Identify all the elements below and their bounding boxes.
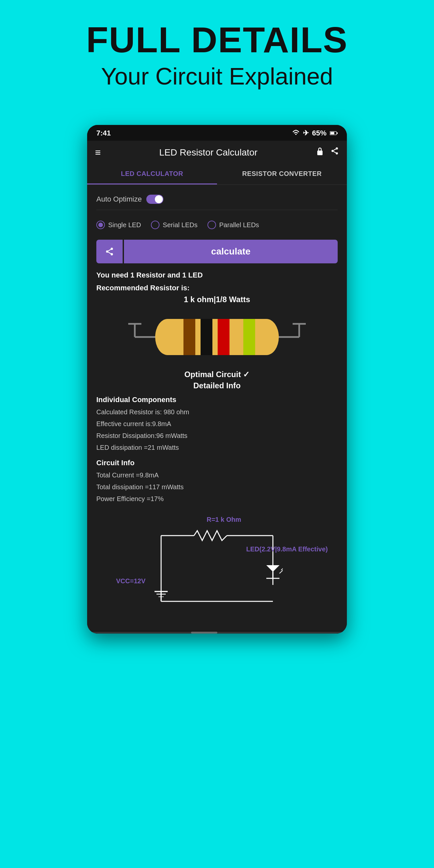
result-line1: You need 1 Resistor and 1 LED (96, 269, 338, 281)
auto-optimize-toggle[interactable] (146, 195, 163, 204)
toggle-knob (155, 195, 163, 203)
app-title: LED Resistor Calculator (107, 147, 309, 158)
effective-current-line: Effective current is:9.8mA (96, 418, 338, 430)
app-bar: ≡ LED Resistor Calculator (87, 141, 347, 164)
auto-optimize-label: Auto Optimize (96, 195, 142, 204)
share-icon[interactable] (331, 147, 339, 158)
radio-parallel-leds[interactable]: Parallel LEDs (208, 221, 259, 229)
radio-inner-single (98, 223, 103, 227)
time-display: 7:41 (96, 129, 111, 137)
svg-point-6 (336, 152, 338, 155)
power-efficiency-line: Power Efficiency =17% (96, 493, 338, 505)
led-label: LED(2.2V|9.8mA Effective) (246, 546, 328, 553)
radio-label-single: Single LED (108, 221, 141, 229)
radio-outer-single (96, 221, 105, 229)
result-value: 1 k ohm|1/8 Watts (96, 295, 338, 304)
svg-point-5 (332, 150, 334, 152)
radio-label-parallel: Parallel LEDs (219, 221, 259, 229)
svg-rect-2 (337, 132, 338, 134)
action-buttons: calculate (96, 240, 338, 264)
vcc-label: VCC=12V (116, 577, 146, 585)
result-line2: Recommended Resistor is: (96, 282, 338, 293)
svg-point-19 (254, 319, 279, 355)
circuit-info-section: Circuit Info Total Current =9.8mA Total … (96, 459, 338, 505)
total-dissipation-line: Total dissipation =117 mWatts (96, 481, 338, 493)
svg-line-7 (333, 152, 336, 153)
resistor-dissipation-line: Resistor Dissipation:96 mWatts (96, 430, 338, 441)
calc-resistor-line: Calculated Resistor is: 980 ohm (96, 406, 338, 418)
svg-rect-22 (218, 319, 229, 355)
circuit-info-title: Circuit Info (96, 459, 338, 467)
menu-icon[interactable]: ≡ (95, 147, 101, 158)
svg-point-10 (106, 251, 108, 253)
lock-icon[interactable] (316, 147, 324, 158)
svg-line-13 (108, 250, 111, 251)
sub-title: Your Circuit Explained (13, 63, 421, 90)
svg-rect-1 (331, 132, 334, 134)
svg-rect-23 (243, 319, 255, 355)
optimal-circuit-label: Optimal Circuit ✓ (96, 370, 338, 379)
calculate-button[interactable]: calculate (124, 240, 338, 264)
svg-point-11 (111, 253, 113, 255)
circuit-diagram: R=1 k Ohm VCC=12V LED(2.2V|9.8mA Effecti… (96, 513, 338, 624)
svg-rect-3 (317, 151, 322, 155)
phone-frame: 7:41 ✈ 65% ≡ LED Resistor Calc (87, 125, 347, 633)
individual-components-title: Individual Components (96, 396, 338, 404)
tab-led-calculator[interactable]: LED CALCULATOR (87, 164, 217, 184)
svg-point-4 (336, 147, 338, 150)
svg-line-34 (281, 564, 283, 570)
tabs: LED CALCULATOR RESISTOR CONVERTER (87, 164, 347, 185)
led-dissipation-line: LED dissipation =21 mWatts (96, 441, 338, 454)
radio-outer-serial (151, 221, 159, 229)
svg-rect-21 (200, 319, 212, 355)
battery-icon (330, 129, 338, 137)
wifi-icon (292, 129, 300, 137)
share-button[interactable] (96, 240, 123, 264)
tab-resistor-converter[interactable]: RESISTOR CONVERTER (217, 164, 347, 184)
status-bar: 7:41 ✈ 65% (87, 125, 347, 141)
radio-serial-leds[interactable]: Serial LEDs (151, 221, 197, 229)
main-title: FULL DETAILS (13, 20, 421, 60)
detailed-info-label: Detailed Info (96, 381, 338, 390)
radio-label-serial: Serial LEDs (163, 221, 197, 229)
svg-point-9 (111, 248, 113, 250)
svg-rect-20 (183, 319, 195, 355)
radio-outer-parallel (208, 221, 216, 229)
svg-marker-30 (266, 565, 279, 572)
led-type-radio-group: Single LED Serial LEDs Parallel LEDs (96, 216, 338, 234)
auto-optimize-row: Auto Optimize (96, 191, 338, 210)
content-area: Auto Optimize Single LED Serial LEDs Par… (87, 185, 347, 631)
individual-components-section: Individual Components Calculated Resisto… (96, 396, 338, 454)
airplane-icon: ✈ (303, 129, 309, 137)
radio-single-led[interactable]: Single LED (96, 221, 141, 229)
resistor-visual (96, 311, 338, 363)
scroll-indicator (87, 631, 347, 633)
total-current-line: Total Current =9.8mA (96, 469, 338, 481)
battery-display: 65% (312, 129, 327, 137)
r-label: R=1 k Ohm (207, 516, 241, 523)
svg-line-12 (108, 252, 111, 254)
svg-line-8 (333, 149, 336, 150)
